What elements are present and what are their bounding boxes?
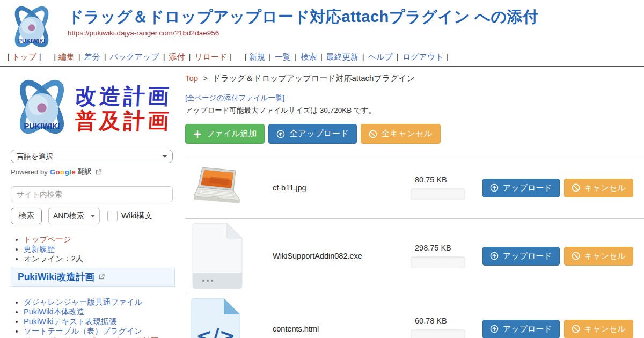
bracket: [ — [245, 52, 247, 61]
nav-link-recent[interactable]: 最終更新 — [326, 52, 358, 61]
separator: | — [320, 52, 323, 61]
top-navigation: [トップ] [編集|差分|バックアップ|添付|リロード] [新規|一覧|検索|最… — [0, 50, 644, 67]
ban-icon — [572, 183, 580, 192]
sidebar-link-core-mods[interactable]: PukiWiki本体改造 — [24, 307, 85, 316]
upload-button[interactable]: アップロード — [482, 179, 560, 197]
sidebar-links-top: トップページ 更新履歴 オンライン：2人 — [11, 235, 177, 263]
nav-link-list[interactable]: 一覧 — [275, 52, 291, 61]
brand-text: PUKIWIKI — [24, 122, 60, 130]
all-attachments-link[interactable]: [全ページの添付ファイル一覧] — [185, 93, 284, 103]
pukiwiki-page: PUKIWIKI ドラッグ＆ドロップアップロード対応attachプラグイン への… — [0, 0, 644, 338]
nav-link-logout[interactable]: ログアウト — [402, 52, 444, 61]
nav-link-new[interactable]: 新規 — [249, 52, 265, 61]
sidebar: PUKIWIKI 改造計画 普及計画 言語を選択 Powered by Goog… — [0, 67, 177, 338]
header-text: ドラッグ＆ドロップアップロード対応attachプラグイン への添付 https:… — [68, 0, 644, 37]
external-link-icon — [96, 169, 101, 175]
upload-file-list: cf-b11.jpg 80.75 KB アップロード キャンセル — [185, 157, 644, 338]
upload-progress-bar — [411, 256, 465, 268]
ban-icon — [369, 130, 377, 138]
list-item: ダジャレンジャー版共通ファイル — [24, 298, 177, 307]
blank-file-icon — [189, 222, 245, 290]
upload-button[interactable]: アップロード — [482, 320, 560, 338]
ban-icon — [572, 325, 580, 333]
search-mode-select[interactable]: AND検索 — [48, 208, 100, 224]
file-thumbnail-cell — [185, 166, 268, 210]
breadcrumb-top-link[interactable]: Top — [185, 74, 198, 83]
google-logo: Google — [50, 168, 76, 176]
nav-link-search[interactable]: 検索 — [301, 52, 317, 61]
upload-button[interactable]: アップロード — [482, 247, 560, 266]
brand-text: PUKIWIKI — [18, 38, 46, 44]
nav-link-help[interactable]: ヘルプ — [368, 52, 393, 61]
atom-icon: PUKIWIKI — [11, 75, 73, 142]
atom-icon: PUKIWIKI — [6, 3, 57, 50]
list-item: ソートテーブル（表）プラグイン — [24, 327, 177, 336]
laptop-photo-thumbnail — [189, 166, 243, 210]
nav-link-reload[interactable]: リロード — [194, 52, 227, 61]
logo-line2: 普及計画 — [75, 109, 172, 132]
file-size-cell: 298.75 KB — [411, 244, 474, 268]
file-actions: アップロード キャンセル — [474, 179, 633, 197]
cancel-all-button[interactable]: 全キャンセル — [361, 124, 441, 144]
nav-link-backup[interactable]: バックアップ — [110, 52, 159, 61]
add-files-button[interactable]: ファイル追加 — [185, 124, 265, 144]
pukiwiki-logo[interactable]: PUKIWIKI — [6, 3, 57, 50]
plus-icon — [193, 130, 202, 138]
nav-link-diff[interactable]: 差分 — [84, 52, 100, 61]
code-glyph: </> — [196, 325, 235, 338]
separator: | — [104, 52, 106, 61]
main-content: Top>ドラッグ＆ドロップアップロード対応attachプラグイン [全ページの添… — [177, 67, 644, 338]
file-row: WikiSupportAddin082.exe 298.75 KB アップロード… — [185, 218, 644, 293]
file-name: contents.html — [268, 325, 411, 333]
sidebar-link-sort-table[interactable]: ソートテーブル（表）プラグイン — [24, 327, 142, 335]
bracket: ] — [445, 52, 448, 61]
file-actions: アップロード キャンセル — [474, 247, 633, 266]
ban-icon — [572, 252, 580, 260]
nav-link-edit[interactable]: 編集 — [58, 52, 75, 61]
upload-all-button[interactable]: 全アップロード — [268, 124, 356, 144]
cancel-button[interactable]: キャンセル — [564, 320, 633, 338]
search-button[interactable]: 検索 — [11, 208, 42, 224]
file-row: cf-b11.jpg 80.75 KB アップロード キャンセル — [185, 157, 644, 218]
sidebar-links-bottom: ダジャレンジャー版共通ファイル PukiWiki本体改造 PukiWikiテキス… — [11, 298, 177, 338]
separator: | — [163, 52, 165, 61]
sidebar-logo[interactable]: PUKIWIKI 改造計画 普及計画 — [11, 74, 177, 143]
file-name: cf-b11.jpg — [268, 183, 411, 192]
separator: | — [189, 52, 191, 61]
nav-link-attach[interactable]: 添付 — [169, 52, 185, 61]
language-select-value: 言語を選択 — [17, 152, 53, 161]
translate-link[interactable]: 翻訳 — [78, 167, 92, 177]
bracket: ] — [230, 52, 232, 61]
cancel-button[interactable]: キャンセル — [564, 247, 633, 266]
site-search-input[interactable] — [11, 186, 173, 202]
list-item: PukiWiki本体改造 — [24, 307, 177, 317]
separator: | — [295, 52, 297, 61]
language-select[interactable]: 言語を選択 — [11, 150, 173, 163]
code-file-icon: </> — [189, 297, 243, 338]
list-item: トップページ — [24, 235, 177, 244]
wiki-syntax-checkbox[interactable] — [107, 211, 118, 221]
logo-slogan: 改造計画 普及計画 — [75, 85, 172, 132]
sidebar-link-history[interactable]: 更新履歴 — [24, 245, 55, 253]
breadcrumb: Top>ドラッグ＆ドロップアップロード対応attachプラグイン — [185, 74, 644, 84]
cancel-button[interactable]: キャンセル — [564, 179, 633, 197]
page-header: PUKIWIKI ドラッグ＆ドロップアップロード対応attachプラグイン への… — [0, 0, 644, 50]
sidebar-link-toppage[interactable]: トップページ — [24, 235, 71, 244]
sidebar-link-text-ext[interactable]: PukiWikiテキスト表現拡張 — [24, 317, 116, 326]
sidebar-link-common-files[interactable]: ダジャレンジャー版共通ファイル — [24, 298, 142, 306]
list-item: PukiWikiテキスト表現拡張 — [24, 317, 177, 326]
upload-progress-bar — [411, 329, 465, 338]
arrow-up-circle-icon — [490, 325, 499, 333]
external-link-icon — [99, 274, 105, 280]
list-item: 更新履歴 — [24, 245, 177, 254]
nav-link-top[interactable]: トップ — [12, 52, 36, 61]
arrow-up-circle-icon — [276, 130, 285, 138]
file-actions: アップロード キャンセル — [474, 320, 633, 338]
section-title-link[interactable]: PukiWiki改造計画 — [18, 271, 94, 282]
bracket: [ — [54, 52, 56, 61]
max-filesize-note: アップロード可能最大ファイルサイズは 30,720KB です。 — [185, 106, 644, 115]
wiki-syntax-label: Wiki構文 — [121, 211, 152, 221]
separator: | — [269, 52, 271, 61]
file-size: 80.75 KB — [411, 175, 474, 184]
list-item: オンライン：2人 — [24, 254, 177, 263]
